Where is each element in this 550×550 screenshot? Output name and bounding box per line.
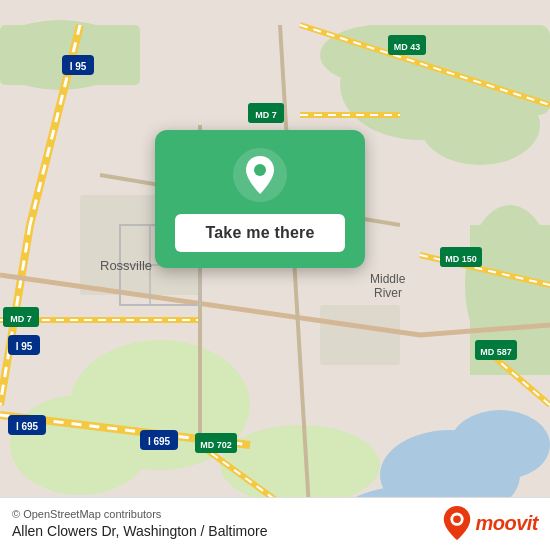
moovit-logo: moovit [443,506,538,540]
moovit-brand-text: moovit [475,512,538,535]
svg-text:I 695: I 695 [148,436,171,447]
location-label: Allen Clowers Dr, Washington / Baltimore [12,523,267,539]
location-pin-icon [233,148,287,202]
bottom-left-info: © OpenStreetMap contributors Allen Clowe… [12,508,267,539]
svg-text:I 95: I 95 [70,61,87,72]
take-me-there-button[interactable]: Take me there [175,214,345,252]
svg-rect-16 [320,305,400,365]
bottom-bar: © OpenStreetMap contributors Allen Clowe… [0,497,550,550]
moovit-pin-icon [443,506,471,540]
svg-point-43 [454,515,462,523]
location-card: Take me there [155,130,365,268]
svg-text:MD 150: MD 150 [445,254,477,264]
svg-point-41 [254,164,266,176]
map-svg: I 95 I 95 I 695 I 695 MD 7 MD 7 MD 43 MD… [0,0,550,550]
svg-point-14 [220,425,380,505]
svg-point-10 [450,410,550,480]
svg-text:MD 7: MD 7 [10,314,32,324]
svg-text:MD 43: MD 43 [394,42,421,52]
svg-text:MD 702: MD 702 [200,440,232,450]
osm-attribution: © OpenStreetMap contributors [12,508,267,520]
svg-text:Middle: Middle [370,272,406,286]
map-container: I 95 I 95 I 695 I 695 MD 7 MD 7 MD 43 MD… [0,0,550,550]
svg-text:I 695: I 695 [16,421,39,432]
svg-text:River: River [374,286,402,300]
svg-text:I 95: I 95 [16,341,33,352]
svg-text:Rossville: Rossville [100,258,152,273]
svg-text:MD 587: MD 587 [480,347,512,357]
svg-text:MD 7: MD 7 [255,110,277,120]
svg-point-13 [10,395,150,495]
